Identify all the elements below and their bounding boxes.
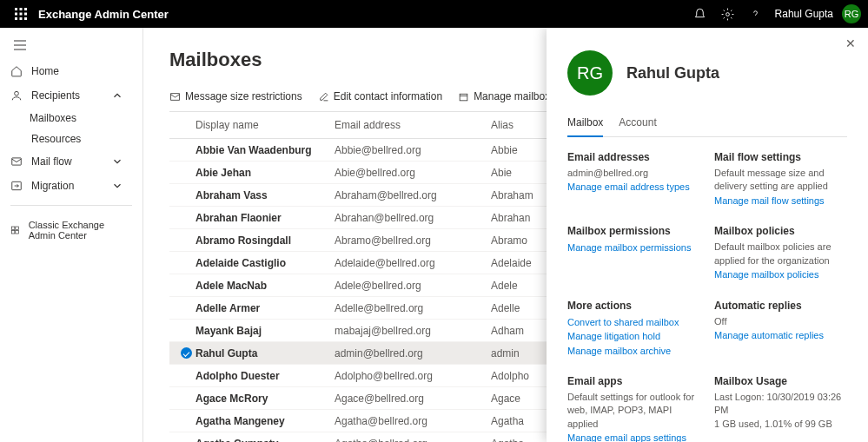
link-manage-mailbox-policies[interactable]: Manage mailbox policies bbox=[714, 267, 847, 282]
svg-rect-5 bbox=[24, 13, 27, 16]
tab-mailbox[interactable]: Mailbox bbox=[567, 116, 603, 137]
close-icon[interactable]: ✕ bbox=[845, 36, 856, 50]
link-manage-mailbox-permissions[interactable]: Manage mailbox permissions bbox=[567, 241, 700, 255]
svg-rect-20 bbox=[171, 93, 180, 100]
nav-migration-label: Migration bbox=[31, 180, 74, 192]
sidebar: Home Recipients Mailboxes Resources Mail… bbox=[0, 28, 143, 442]
nav-classic-label: Classic Exchange Admin Center bbox=[29, 220, 132, 241]
row-check[interactable] bbox=[176, 347, 195, 359]
hamburger-icon[interactable] bbox=[0, 31, 142, 59]
svg-rect-7 bbox=[20, 17, 23, 20]
row-email: Abraham@bellred.org bbox=[335, 189, 491, 201]
nav-mail-flow[interactable]: Mail flow bbox=[0, 149, 142, 174]
section-mailbox-policies: Mailbox policies Default mailbox policie… bbox=[714, 225, 847, 281]
row-email: mabajaj@bellred.org bbox=[335, 325, 491, 337]
row-name: Agace McRory bbox=[195, 393, 335, 405]
section-email-addresses: Email addresses admin@bellred.org Manage… bbox=[567, 151, 700, 208]
row-name: Abraham Vass bbox=[195, 189, 335, 201]
row-name: Abrahan Flaonier bbox=[195, 212, 335, 224]
row-name: Adele MacNab bbox=[195, 280, 335, 292]
details-avatar: RG bbox=[567, 50, 613, 96]
section-mailbox-usage: Mailbox Usage Last Logon: 10/30/2019 03:… bbox=[714, 375, 847, 442]
svg-rect-8 bbox=[24, 17, 27, 20]
nav-mailboxes[interactable]: Mailboxes bbox=[0, 108, 142, 129]
tab-account[interactable]: Account bbox=[619, 116, 656, 136]
header-user-name[interactable]: Rahul Gupta bbox=[770, 8, 838, 20]
svg-rect-18 bbox=[11, 230, 15, 234]
settings-icon[interactable] bbox=[714, 0, 742, 28]
section-email-apps: Email apps Default settings for outlook … bbox=[567, 375, 700, 442]
nav-mail-flow-label: Mail flow bbox=[31, 155, 72, 168]
svg-point-9 bbox=[726, 12, 730, 16]
svg-point-13 bbox=[15, 91, 19, 96]
details-name: Rahul Gupta bbox=[626, 64, 719, 82]
row-email: Adelle@bellred.org bbox=[335, 302, 491, 314]
link-litigation-hold[interactable]: Manage litigation hold bbox=[567, 329, 700, 344]
svg-rect-17 bbox=[16, 227, 19, 230]
nav-resources[interactable]: Resources bbox=[0, 129, 142, 149]
link-manage-email-types[interactable]: Manage email address types bbox=[567, 180, 700, 195]
toolbar-message-size[interactable]: Message size restrictions bbox=[169, 90, 302, 102]
section-mail-flow: Mail flow settings Default message size … bbox=[714, 151, 847, 208]
row-email: Abie@bellred.org bbox=[335, 167, 491, 179]
chevron-up-icon bbox=[111, 89, 123, 102]
svg-rect-21 bbox=[460, 94, 467, 101]
help-icon[interactable] bbox=[742, 0, 770, 28]
link-manage-email-apps[interactable]: Manage email apps settings bbox=[567, 431, 700, 442]
section-mailbox-permissions: Mailbox permissions Manage mailbox permi… bbox=[567, 225, 700, 281]
row-email: Agace@bellred.org bbox=[335, 393, 491, 405]
toolbar-edit-contact[interactable]: Edit contact information bbox=[318, 90, 442, 102]
row-name: Agatha Mangeney bbox=[195, 415, 335, 427]
row-name: Adelaide Castiglio bbox=[195, 257, 335, 269]
header-avatar[interactable]: RG bbox=[842, 4, 861, 23]
row-name: Mayank Bajaj bbox=[195, 325, 335, 337]
nav-divider bbox=[10, 205, 132, 206]
row-name: Abie Jehan bbox=[195, 167, 335, 179]
svg-rect-1 bbox=[20, 8, 23, 10]
link-convert-shared[interactable]: Convert to shared mailbox bbox=[567, 315, 700, 330]
row-email: Abramo@bellred.org bbox=[335, 234, 491, 247]
row-email: Agatha@bellred.org bbox=[335, 415, 491, 427]
notifications-icon[interactable] bbox=[686, 0, 714, 28]
details-panel: ✕ RG Rahul Gupta Mailbox Account Email a… bbox=[547, 28, 868, 442]
nav-classic-eac[interactable]: Classic Exchange Admin Center bbox=[0, 213, 142, 247]
link-manage-mail-flow[interactable]: Manage mail flow settings bbox=[714, 194, 847, 208]
svg-rect-19 bbox=[16, 230, 19, 234]
col-header-email[interactable]: Email address bbox=[335, 119, 491, 131]
link-manage-auto-replies[interactable]: Manage automatic replies bbox=[714, 328, 847, 343]
row-email: Abbie@bellred.org bbox=[335, 144, 491, 156]
svg-rect-0 bbox=[15, 8, 17, 10]
row-email: admin@bellred.org bbox=[335, 347, 491, 360]
svg-rect-2 bbox=[24, 8, 27, 10]
nav-home-label: Home bbox=[31, 65, 59, 77]
link-mailbox-archive[interactable]: Manage mailbox archive bbox=[567, 344, 700, 359]
section-auto-replies: Automatic replies Off Manage automatic r… bbox=[714, 300, 847, 359]
svg-rect-3 bbox=[15, 13, 17, 16]
nav-recipients[interactable]: Recipients bbox=[0, 83, 142, 108]
svg-rect-16 bbox=[11, 227, 15, 230]
row-email: Adele@bellred.org bbox=[335, 280, 491, 292]
svg-rect-4 bbox=[20, 13, 23, 16]
chevron-down-icon bbox=[111, 180, 123, 192]
svg-rect-6 bbox=[15, 17, 17, 20]
section-more-actions: More actions Convert to shared mailbox M… bbox=[567, 300, 700, 359]
row-name: Abbie Van Waadenburg bbox=[195, 144, 335, 156]
nav-home[interactable]: Home bbox=[0, 59, 142, 83]
app-title: Exchange Admin Center bbox=[38, 8, 169, 21]
row-email: Adelaide@bellred.org bbox=[335, 257, 491, 269]
row-name: Adolpho Duester bbox=[195, 370, 335, 382]
nav-recipients-label: Recipients bbox=[31, 89, 80, 102]
row-email: Abrahan@bellred.org bbox=[335, 212, 491, 224]
row-name: Agathe Cumpsty bbox=[195, 438, 335, 443]
row-email: Adolpho@bellred.org bbox=[335, 370, 491, 382]
row-name: Rahul Gupta bbox=[195, 347, 335, 360]
app-launcher-icon[interactable] bbox=[7, 0, 35, 28]
svg-rect-14 bbox=[12, 158, 22, 165]
row-name: Adelle Armer bbox=[195, 302, 335, 314]
nav-migration[interactable]: Migration bbox=[0, 174, 142, 198]
row-email: Agathe@bellred.org bbox=[335, 438, 491, 443]
row-name: Abramo Rosingdall bbox=[195, 234, 335, 247]
details-tabs: Mailbox Account bbox=[567, 116, 847, 137]
chevron-down-icon bbox=[111, 155, 123, 168]
col-header-name[interactable]: Display name bbox=[195, 119, 335, 131]
